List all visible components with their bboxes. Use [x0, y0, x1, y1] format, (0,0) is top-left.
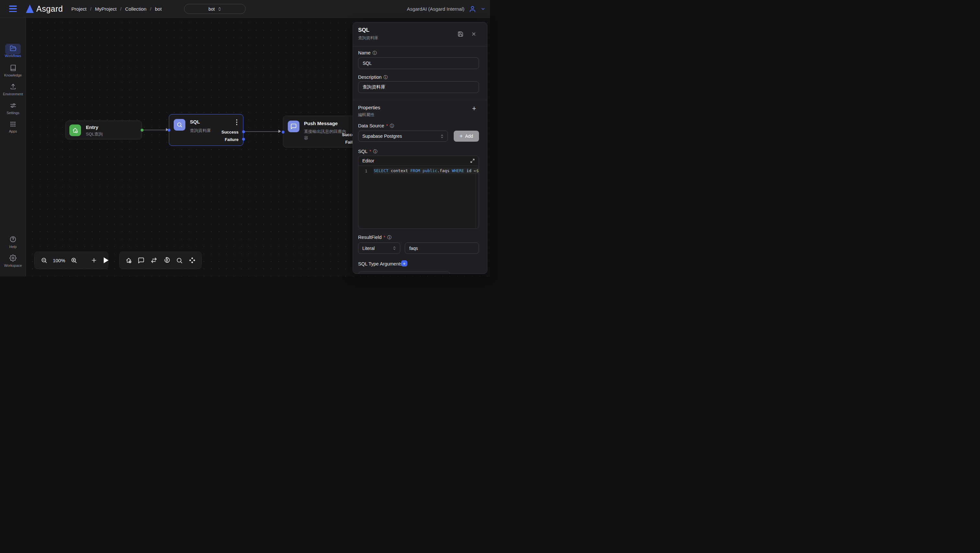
gear-icon	[0, 255, 26, 261]
loop-lightbulb-icon	[163, 257, 170, 264]
search-icon	[176, 121, 183, 128]
data-source-select[interactable]: Supabase Postgres	[358, 131, 448, 142]
folder-open-icon	[0, 45, 26, 52]
chevron-up-down-icon	[393, 246, 396, 250]
info-icon[interactable]: ⓘ	[390, 124, 394, 128]
edge-sql-to-push[interactable]	[245, 131, 279, 132]
breadcrumb-separator: /	[120, 6, 121, 12]
apps-grid-icon	[0, 121, 26, 127]
info-icon[interactable]: ⓘ	[373, 51, 377, 55]
plus-icon: +	[460, 133, 463, 139]
data-source-field-label: Data Source*ⓘ	[358, 123, 394, 128]
sidebar-item-label: Help	[0, 245, 26, 249]
hamburger-menu-button[interactable]	[9, 5, 17, 12]
sidebar-item-environment[interactable]: Environment	[0, 83, 26, 96]
add-message-node-button[interactable]	[137, 256, 145, 265]
node-palette-toolbar	[119, 252, 202, 269]
add-sql-type-argument-button[interactable]: +	[401, 260, 407, 266]
upload-icon	[0, 83, 26, 90]
node-title: SQL	[190, 119, 200, 124]
run-workflow-button[interactable]	[103, 257, 110, 264]
sidebar-item-workspace[interactable]: Workspace	[0, 255, 26, 268]
breadcrumb-collection[interactable]: Collection	[125, 6, 146, 12]
sql-code-area[interactable]: 1 SELECT context FROM public.faqs WHERE …	[358, 166, 479, 229]
node-push-message[interactable]: Push Message 直接輸出訊息的回應內容 Success Failure	[283, 116, 364, 148]
workflow-select[interactable]: bot	[184, 4, 246, 14]
edge-sql-to-push-arrowhead	[278, 130, 281, 133]
info-icon[interactable]: ⓘ	[373, 150, 377, 154]
close-icon	[471, 32, 476, 37]
add-swap-node-button[interactable]	[150, 256, 159, 265]
entry-output-port[interactable]	[141, 129, 143, 132]
breadcrumb-project[interactable]: Project	[71, 6, 86, 12]
expand-editor-button[interactable]	[470, 158, 475, 163]
zoom-out-button[interactable]	[40, 256, 48, 265]
breadcrumb-separator: /	[150, 6, 151, 12]
chevron-up-down-icon	[441, 134, 444, 139]
sql-failure-port[interactable]	[242, 138, 245, 141]
result-field-label: ResultField*ⓘ	[358, 235, 391, 240]
result-field-input[interactable]: faqs	[405, 242, 479, 254]
sidebar-item-help[interactable]: Help	[0, 236, 26, 249]
panel-divider	[353, 100, 487, 100]
add-node-button[interactable]	[90, 256, 98, 265]
breadcrumb: Project / MyProject / Collection / bot	[71, 6, 162, 12]
message-square-icon	[290, 123, 297, 130]
result-field-type-select[interactable]: Literal	[358, 242, 400, 254]
sidebar-item-apps[interactable]: Apps	[0, 121, 26, 133]
sidebar-item-label: Workflows	[0, 54, 26, 58]
node-subtitle: 查詢資料庫	[190, 127, 211, 134]
info-icon[interactable]: ⓘ	[384, 75, 388, 80]
name-input-value: SQL	[363, 61, 372, 66]
sidebar-item-label: Knowledge	[0, 73, 26, 77]
help-circle-icon	[0, 236, 26, 243]
chevron-down-icon	[480, 6, 485, 11]
entry-node-icon	[69, 124, 81, 136]
required-asterisk: *	[386, 123, 388, 128]
save-button[interactable]	[458, 31, 463, 37]
push-input-port[interactable]	[282, 131, 285, 134]
zoom-in-button[interactable]	[70, 256, 78, 265]
sql-success-port[interactable]	[242, 130, 245, 133]
search-nodes-button[interactable]	[175, 256, 184, 265]
zoom-in-icon	[71, 257, 77, 263]
breadcrumb-myproject[interactable]: MyProject	[95, 6, 117, 12]
output-label-failure: Failure	[224, 137, 239, 142]
workflow-select-value: bot	[208, 6, 215, 12]
book-icon	[0, 64, 26, 71]
node-menu-button[interactable]	[235, 119, 238, 126]
sliders-icon	[0, 102, 26, 109]
add-property-button[interactable]: +	[469, 104, 479, 113]
top-bar: Asgard Project / MyProject / Collection …	[0, 0, 490, 18]
dispatch-diamond-icon	[189, 257, 196, 264]
sidebar-item-workflows[interactable]: Workflows	[0, 45, 26, 58]
output-label-success: Success	[221, 130, 239, 134]
breadcrumb-bot[interactable]: bot	[155, 6, 162, 12]
add-loop-node-button[interactable]	[162, 256, 172, 265]
sidebar-item-label: Settings	[0, 111, 26, 115]
push-message-node-icon	[288, 121, 299, 132]
add-button-label: Add	[465, 134, 473, 139]
sql-type-argument-row[interactable]	[358, 272, 450, 274]
account-label: AsgardAI (Asgard Internal)	[407, 6, 465, 12]
name-input[interactable]: SQL	[358, 57, 479, 69]
node-entry[interactable]: Entry SQL查詢	[65, 121, 142, 139]
node-sql[interactable]: SQL 查詢資料庫 Success Failure	[169, 114, 243, 146]
description-input[interactable]: 查詢資料庫	[358, 81, 479, 93]
sql-input-port[interactable]	[167, 129, 170, 132]
add-entry-node-button[interactable]	[124, 256, 133, 265]
account-menu[interactable]: AsgardAI (Asgard Internal)	[407, 0, 485, 18]
chevron-up-down-icon	[218, 6, 221, 12]
dispatch-node-button[interactable]	[188, 256, 197, 265]
sidebar-item-settings[interactable]: Settings	[0, 102, 26, 115]
sidebar-nav: Workflows Knowledge Environment Settings	[0, 18, 26, 276]
add-data-source-button[interactable]: + Add	[454, 131, 479, 142]
sql-node-icon	[174, 119, 185, 131]
arrows-left-right-icon	[150, 257, 158, 264]
data-source-value: Supabase Postgres	[362, 134, 402, 139]
edge-entry-to-sql[interactable]	[143, 130, 167, 130]
sidebar-item-knowledge[interactable]: Knowledge	[0, 64, 26, 77]
result-field-value: faqs	[409, 246, 418, 251]
info-icon[interactable]: ⓘ	[387, 235, 391, 239]
close-panel-button[interactable]	[471, 32, 476, 37]
